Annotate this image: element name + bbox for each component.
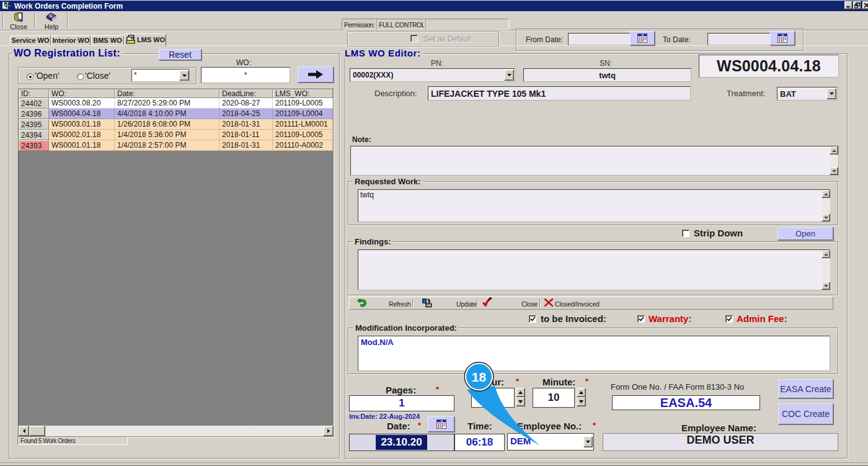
svg-text:18: 18 xyxy=(472,370,487,384)
svg-text:?: ? xyxy=(50,14,53,18)
